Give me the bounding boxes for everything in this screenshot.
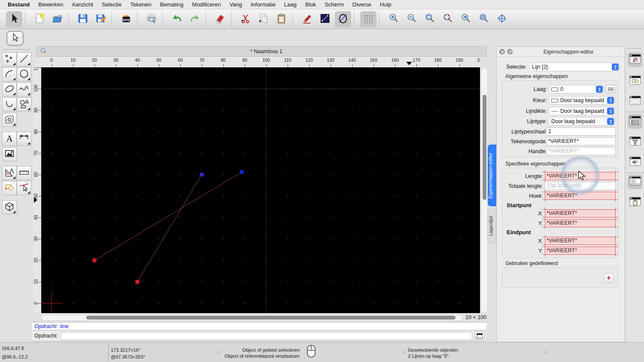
lijntypeschaal-field[interactable]: 1 — [546, 127, 616, 136]
close-icon[interactable] — [499, 49, 505, 54]
eindpunt-y-field[interactable]: *VARIEERT* — [545, 247, 616, 255]
drawing-canvas[interactable] — [41, 67, 480, 313]
menu-hulp[interactable]: Hulp — [376, 1, 396, 8]
polyline-tool-button[interactable] — [2, 97, 17, 112]
zoom-extents-button[interactable] — [422, 11, 438, 27]
editor-window-button[interactable] — [628, 52, 642, 67]
select-tool-button[interactable] — [6, 11, 22, 27]
circle-tool-button[interactable] — [17, 67, 31, 81]
startpunt-x-field[interactable]: *VARIEERT* — [545, 209, 616, 217]
copy-button[interactable] — [255, 11, 272, 27]
tekenvolgorde-field[interactable]: *VARIEERT* — [546, 137, 616, 145]
menu-selectie[interactable]: Selectie — [97, 1, 126, 8]
command-window-button[interactable] — [474, 332, 485, 340]
draw-pencil-button[interactable] — [299, 11, 315, 27]
arc-tool-button[interactable] — [2, 67, 17, 81]
menu-scherm[interactable]: Scherm — [320, 1, 348, 8]
tab-eigenschappen-editor[interactable]: Eigenschappen-editor — [488, 145, 496, 206]
spline-tool-button[interactable] — [17, 82, 31, 97]
detach-window-icon[interactable] — [507, 49, 513, 54]
cut-button[interactable] — [237, 11, 254, 27]
zoom-window-button[interactable] — [476, 11, 492, 27]
lijndikte-dropdown[interactable]: Door laag bepaald — [549, 107, 615, 115]
menu-vang[interactable]: Vang — [225, 1, 246, 8]
edit-line-tool-button[interactable] — [17, 181, 31, 195]
menu-informatie[interactable]: Informatie — [246, 1, 280, 8]
laag-dropdown[interactable]: 0 — [549, 85, 604, 94]
horizontal-scrollbar[interactable] — [41, 314, 463, 321]
save-button[interactable] — [75, 11, 91, 27]
menu-modificeren[interactable]: Modificeren — [188, 1, 225, 8]
zoom-selection-button[interactable] — [440, 11, 456, 27]
selection-dropdown[interactable]: Lijn [2] — [529, 63, 620, 71]
add-property-button[interactable]: + — [604, 273, 614, 283]
tab-lagenlijst[interactable]: Lagenlijst — [488, 209, 496, 243]
undo-button[interactable] — [169, 11, 185, 27]
save-as-button[interactable] — [93, 11, 109, 27]
zoom-out-button[interactable] — [404, 11, 420, 27]
line-style-mode-button[interactable] — [317, 11, 333, 27]
line-tool-button[interactable] — [17, 52, 31, 66]
points-tool-button[interactable] — [2, 52, 17, 66]
filter-window-button[interactable] — [628, 135, 642, 149]
open-file-button[interactable] — [49, 11, 66, 27]
properties-list-window-button[interactable] — [628, 114, 642, 129]
points-icon — [4, 53, 15, 66]
redo-button[interactable] — [187, 11, 203, 27]
polygon-shapes-icon — [18, 98, 30, 111]
menu-aanzicht[interactable]: Aanzicht — [67, 1, 97, 8]
command-log-window-button[interactable] — [628, 175, 642, 189]
palette-select-tool-button[interactable] — [6, 31, 24, 46]
print-preview-button[interactable] — [143, 11, 160, 27]
eindpunt-x-field[interactable]: *VARIEERT* — [545, 237, 616, 245]
announce-window-button[interactable] — [628, 155, 642, 169]
layer-menu-button[interactable] — [605, 85, 616, 94]
region-tool-button[interactable] — [2, 181, 17, 195]
svg-export-button[interactable]: SVG — [118, 11, 134, 27]
vertical-scrollbar-thumb[interactable] — [483, 95, 486, 200]
clipboard-window-button[interactable] — [628, 195, 642, 210]
vertical-ruler[interactable]: 0102030405060708090100110 — [33, 67, 41, 313]
menu-bemating[interactable]: Bemating — [155, 1, 188, 8]
paste-button[interactable] — [273, 11, 290, 27]
menu-bewerken[interactable]: Bewerken — [34, 1, 67, 8]
measure-tool-button[interactable] — [17, 166, 31, 180]
stepper-icon[interactable] — [607, 108, 614, 115]
lijntype-dropdown[interactable]: Door laag bepaald — [549, 117, 615, 126]
shapes-window-button[interactable] — [628, 74, 642, 88]
stepper-icon[interactable] — [607, 118, 614, 125]
ellipse-tool-button[interactable] — [2, 82, 17, 97]
view-zoom-icon[interactable] — [40, 48, 47, 56]
menu-blok[interactable]: Blok — [301, 1, 320, 8]
stepper-icon[interactable] — [612, 63, 619, 70]
menu-laag[interactable]: Laag — [280, 1, 301, 8]
solid-box-tool-button[interactable] — [2, 200, 17, 214]
stepper-icon[interactable] — [596, 86, 603, 93]
zoom-in-button[interactable] — [386, 11, 402, 27]
hatch-tool-button[interactable] — [2, 113, 17, 127]
horizontal-scrollbar-thumb[interactable] — [86, 316, 456, 320]
polygon-shapes-tool-button[interactable] — [17, 97, 31, 112]
ellipse-line-mode-button[interactable] — [335, 11, 351, 27]
horizontal-ruler[interactable]: 0102030405060708090100110120130140150160… — [36, 57, 480, 67]
new-file-button[interactable] — [31, 11, 48, 27]
vertical-scrollbar[interactable] — [481, 67, 488, 313]
startpunt-y-field[interactable]: *VARIEERT* — [545, 219, 616, 227]
text-tool-button[interactable]: A — [2, 132, 17, 146]
strip-drag-handle[interactable] — [627, 48, 641, 49]
command-input[interactable] — [61, 332, 472, 340]
kleur-dropdown[interactable]: Door laag bepaald — [549, 96, 615, 105]
menu-tekenen[interactable]: Tekenen — [126, 1, 155, 8]
dimension-tool-button[interactable] — [17, 132, 31, 146]
erase-button[interactable] — [212, 11, 228, 27]
construction-tool-button[interactable] — [2, 166, 17, 180]
pan-button[interactable] — [494, 11, 510, 27]
stepper-icon[interactable] — [607, 97, 614, 104]
palette-drag-handle[interactable] — [3, 49, 30, 50]
zoom-previous-button[interactable] — [458, 11, 474, 27]
menu-bestand[interactable]: Bestand — [3, 1, 34, 8]
blank-window-button[interactable] — [628, 94, 642, 109]
menu-diverse[interactable]: Diverse — [348, 1, 376, 8]
grid-toggle-button[interactable] — [360, 11, 377, 27]
image-tool-button[interactable] — [2, 147, 17, 161]
